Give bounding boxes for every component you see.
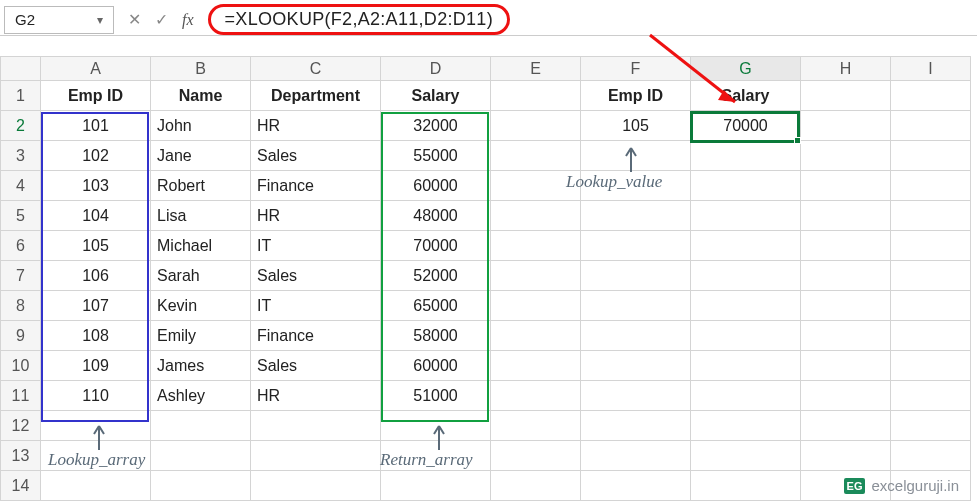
cell[interactable] (691, 201, 801, 231)
row-header[interactable]: 1 (1, 81, 41, 111)
cell[interactable] (581, 471, 691, 501)
cell[interactable] (491, 381, 581, 411)
cell[interactable] (691, 141, 801, 171)
cell[interactable]: 108 (41, 321, 151, 351)
cell[interactable]: 104 (41, 201, 151, 231)
cell[interactable] (691, 171, 801, 201)
col-header[interactable]: E (491, 57, 581, 81)
col-header[interactable]: D (381, 57, 491, 81)
cell[interactable] (491, 141, 581, 171)
cell[interactable] (801, 321, 891, 351)
col-header[interactable]: H (801, 57, 891, 81)
cell[interactable] (41, 471, 151, 501)
cell[interactable]: 105 (41, 231, 151, 261)
table-header[interactable]: Name (151, 81, 251, 111)
cell[interactable]: Sales (251, 141, 381, 171)
table-header[interactable]: Salary (381, 81, 491, 111)
cell[interactable]: Jane (151, 141, 251, 171)
row-header[interactable]: 7 (1, 261, 41, 291)
cell[interactable] (801, 411, 891, 441)
cell[interactable] (491, 321, 581, 351)
cell[interactable]: 109 (41, 351, 151, 381)
cell[interactable] (381, 411, 491, 441)
spreadsheet-grid[interactable]: A B C D E F G H I 1 Emp ID Name Departme… (0, 56, 977, 501)
cell[interactable]: John (151, 111, 251, 141)
cell[interactable] (581, 291, 691, 321)
col-header[interactable]: C (251, 57, 381, 81)
cell[interactable] (581, 321, 691, 351)
cell[interactable] (381, 441, 491, 471)
cell[interactable] (381, 471, 491, 501)
row-header[interactable]: 8 (1, 291, 41, 321)
cell[interactable] (251, 411, 381, 441)
cell[interactable] (491, 411, 581, 441)
cell[interactable]: 70000 (381, 231, 491, 261)
cell[interactable] (251, 441, 381, 471)
row-header[interactable]: 14 (1, 471, 41, 501)
row-header[interactable]: 3 (1, 141, 41, 171)
cell[interactable] (581, 141, 691, 171)
cell[interactable] (581, 351, 691, 381)
cell[interactable]: HR (251, 201, 381, 231)
row-header[interactable]: 9 (1, 321, 41, 351)
cell[interactable] (581, 201, 691, 231)
cell[interactable] (801, 111, 891, 141)
cell[interactable] (41, 411, 151, 441)
cell[interactable] (891, 141, 971, 171)
col-header[interactable]: A (41, 57, 151, 81)
cell[interactable] (801, 441, 891, 471)
cell[interactable]: HR (251, 381, 381, 411)
cell[interactable]: IT (251, 231, 381, 261)
cell[interactable] (801, 291, 891, 321)
cell[interactable]: James (151, 351, 251, 381)
cell[interactable]: 102 (41, 141, 151, 171)
cell[interactable] (581, 411, 691, 441)
cell[interactable]: Sarah (151, 261, 251, 291)
cell[interactable]: Sales (251, 351, 381, 381)
cell[interactable] (801, 351, 891, 381)
cell[interactable] (801, 81, 891, 111)
cell[interactable]: Michael (151, 231, 251, 261)
cell[interactable] (581, 171, 691, 201)
cell[interactable] (691, 351, 801, 381)
cell[interactable]: 60000 (381, 171, 491, 201)
cell[interactable] (41, 441, 151, 471)
cell[interactable]: 65000 (381, 291, 491, 321)
cell[interactable] (891, 231, 971, 261)
cell[interactable] (801, 381, 891, 411)
confirm-icon[interactable]: ✓ (155, 10, 168, 29)
table-header[interactable]: Emp ID (581, 81, 691, 111)
cell[interactable] (491, 111, 581, 141)
cell-lookup-value[interactable]: 105 (581, 111, 691, 141)
cell[interactable]: HR (251, 111, 381, 141)
cell[interactable]: 32000 (381, 111, 491, 141)
cell[interactable] (891, 351, 971, 381)
cell[interactable]: 51000 (381, 381, 491, 411)
table-header[interactable]: Emp ID (41, 81, 151, 111)
cell[interactable] (491, 441, 581, 471)
cell[interactable] (581, 231, 691, 261)
cell[interactable] (891, 291, 971, 321)
cell[interactable] (801, 231, 891, 261)
cell[interactable] (691, 381, 801, 411)
cell[interactable]: Kevin (151, 291, 251, 321)
cell[interactable]: Lisa (151, 201, 251, 231)
cell[interactable] (491, 231, 581, 261)
cell[interactable] (151, 471, 251, 501)
cell[interactable]: 52000 (381, 261, 491, 291)
row-header[interactable]: 12 (1, 411, 41, 441)
cell[interactable]: 58000 (381, 321, 491, 351)
cell[interactable] (691, 441, 801, 471)
cell[interactable]: Sales (251, 261, 381, 291)
cell[interactable] (891, 411, 971, 441)
row-header[interactable]: 5 (1, 201, 41, 231)
cell[interactable]: Emily (151, 321, 251, 351)
cell[interactable] (251, 471, 381, 501)
cell[interactable]: 110 (41, 381, 151, 411)
cell[interactable] (491, 81, 581, 111)
cell[interactable] (151, 411, 251, 441)
cell[interactable] (891, 441, 971, 471)
formula-input[interactable]: =XLOOKUP(F2,A2:A11,D2:D11) (208, 4, 510, 35)
cell[interactable]: 55000 (381, 141, 491, 171)
cell[interactable] (581, 381, 691, 411)
